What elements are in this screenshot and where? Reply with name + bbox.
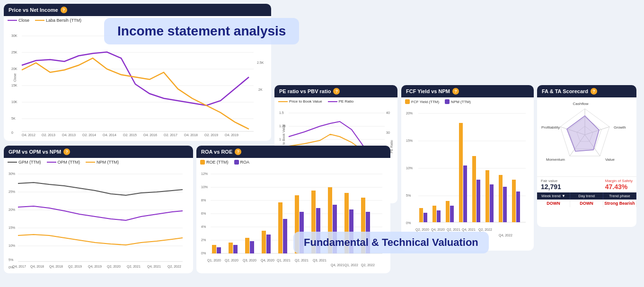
help-icon-pe[interactable]: ? bbox=[333, 88, 340, 95]
svg-text:Profitability: Profitability bbox=[541, 125, 560, 130]
svg-text:5K: 5K bbox=[11, 117, 16, 120]
svg-text:Q4, 2021: Q4, 2021 bbox=[331, 263, 344, 267]
fcf-chart-area: 20% 15% 10% 5% 0% bbox=[401, 106, 534, 250]
svg-text:30%: 30% bbox=[9, 172, 15, 175]
svg-text:Q4, 2017: Q4, 2017 bbox=[12, 265, 26, 269]
svg-text:Q4, 2018: Q4, 2018 bbox=[184, 133, 198, 136]
svg-rect-139 bbox=[229, 243, 233, 253]
svg-text:Q4, 2020: Q4, 2020 bbox=[431, 228, 445, 232]
svg-rect-147 bbox=[295, 195, 299, 253]
svg-text:15%: 15% bbox=[406, 139, 413, 142]
svg-text:6%: 6% bbox=[201, 212, 206, 215]
svg-text:Q2, 2022: Q2, 2022 bbox=[361, 263, 375, 267]
trend-values: DOWN DOWN Strong Bearish bbox=[537, 200, 636, 207]
legend-close: Close bbox=[8, 18, 29, 23]
svg-rect-138 bbox=[217, 247, 221, 253]
trend-header: Week trend ▼ Day trend Trend phase bbox=[537, 192, 636, 200]
svg-text:Q1, 2022: Q1, 2022 bbox=[344, 263, 358, 267]
svg-text:Q2, 2021: Q2, 2021 bbox=[295, 259, 309, 262]
svg-text:1: 1 bbox=[279, 138, 281, 141]
svg-text:Q4, 2016: Q4, 2016 bbox=[143, 133, 157, 136]
svg-text:Q4, 2012: Q4, 2012 bbox=[22, 133, 35, 136]
svg-text:3K: 3K bbox=[258, 34, 263, 37]
roa-chart: 12% 10% 8% 6% 4% 2% 0% bbox=[200, 169, 387, 271]
trend-week-val: DOWN bbox=[537, 200, 570, 207]
svg-text:Q2, 2022: Q2, 2022 bbox=[478, 228, 492, 232]
card-fcf-header: FCF Yield vs NPM ? bbox=[401, 85, 534, 97]
legend-laba: Laba Bersih (TTM) bbox=[35, 18, 81, 23]
radar-chart-area: Cashflow Growth Value Momentum Profitabi… bbox=[537, 97, 636, 176]
legend-roe: ROE (TTM) bbox=[200, 160, 229, 165]
svg-text:20%: 20% bbox=[406, 112, 413, 115]
svg-text:Q4, 2018: Q4, 2018 bbox=[30, 265, 44, 269]
svg-text:Q2, 2019: Q2, 2019 bbox=[204, 133, 218, 136]
fair-value-section: Fair value 12,791 Margin of Safety 47.43… bbox=[537, 176, 636, 192]
svg-text:1.5: 1.5 bbox=[279, 111, 284, 114]
svg-text:Cashflow: Cashflow bbox=[573, 102, 589, 106]
roa-chart-area: 12% 10% 8% 6% 4% 2% 0% bbox=[196, 166, 390, 273]
svg-text:Q4, 2021: Q4, 2021 bbox=[462, 228, 476, 232]
svg-rect-76 bbox=[490, 184, 494, 222]
svg-text:25%: 25% bbox=[9, 190, 15, 193]
card-price-income-title: Price vs Net Income bbox=[9, 7, 58, 13]
svg-text:15K: 15K bbox=[11, 84, 18, 87]
legend-npm-ttm: NPM (TTM) bbox=[445, 99, 471, 104]
help-icon-scorecard[interactable]: ? bbox=[591, 88, 597, 95]
svg-rect-144 bbox=[266, 235, 271, 253]
card-price-income-header: Price vs Net Income ? bbox=[4, 4, 271, 16]
svg-text:2K: 2K bbox=[258, 88, 263, 91]
help-icon-fcf[interactable]: ? bbox=[452, 88, 459, 95]
card-scorecard-title: FA & TA Scorecard bbox=[542, 88, 588, 94]
svg-text:Q2, 2020: Q2, 2020 bbox=[225, 259, 238, 262]
svg-text:Q4, 2022: Q4, 2022 bbox=[499, 234, 512, 237]
gpm-chart-area: 30% 25% 20% 15% 10% 5% 0% bbox=[4, 166, 193, 272]
svg-text:Q4, 2013: Q4, 2013 bbox=[62, 133, 76, 136]
svg-text:Q2, 2015: Q2, 2015 bbox=[123, 133, 137, 136]
help-icon-gpm[interactable]: ? bbox=[63, 148, 70, 155]
svg-text:15%: 15% bbox=[9, 226, 15, 229]
svg-marker-95 bbox=[567, 116, 599, 151]
svg-rect-151 bbox=[328, 187, 332, 253]
svg-rect-72 bbox=[463, 165, 467, 222]
svg-text:Q2, 2019: Q2, 2019 bbox=[68, 265, 82, 269]
svg-rect-153 bbox=[344, 193, 349, 253]
help-icon-roa[interactable]: ? bbox=[235, 148, 241, 155]
svg-rect-65 bbox=[419, 208, 423, 222]
svg-rect-66 bbox=[423, 213, 427, 222]
fair-value-block: Fair value 12,791 bbox=[541, 179, 561, 191]
svg-rect-70 bbox=[450, 206, 454, 222]
legend-pe-ratio: PE Ratio bbox=[328, 99, 354, 104]
svg-text:Q4, 2014: Q4, 2014 bbox=[103, 133, 116, 136]
svg-text:5%: 5% bbox=[406, 194, 411, 197]
legend-pbv: Price to Book Value bbox=[278, 99, 322, 104]
svg-text:10%: 10% bbox=[9, 244, 15, 247]
svg-text:Q2, 2017: Q2, 2017 bbox=[164, 133, 177, 136]
svg-rect-75 bbox=[485, 170, 489, 222]
svg-rect-77 bbox=[499, 175, 503, 222]
svg-rect-156 bbox=[366, 212, 370, 253]
svg-text:30: 30 bbox=[386, 131, 390, 134]
svg-text:2%: 2% bbox=[201, 238, 206, 242]
legend-gpm: GPM (TTM) OPM (TTM) NPM (TTM) bbox=[4, 158, 193, 166]
svg-text:Momentum: Momentum bbox=[546, 157, 565, 162]
legend-price-income: Close Laba Bersih (TTM) bbox=[4, 16, 271, 25]
legend-opm-line: OPM (TTM) bbox=[47, 160, 80, 165]
card-pe-header: PE ratio vs PBV ratio ? bbox=[274, 85, 397, 97]
svg-rect-137 bbox=[212, 245, 216, 253]
svg-text:25K: 25K bbox=[11, 51, 18, 54]
trend-phase-val: Strong Bearish bbox=[603, 200, 636, 207]
svg-text:Q4, 2020: Q4, 2020 bbox=[261, 259, 274, 262]
svg-text:20K: 20K bbox=[11, 67, 18, 70]
help-icon-price-income[interactable]: ? bbox=[61, 7, 67, 13]
svg-text:Q4, 2019: Q4, 2019 bbox=[225, 133, 238, 136]
svg-text:Q2, 2020: Q2, 2020 bbox=[107, 265, 121, 269]
margin-label: Margin of Safety bbox=[605, 179, 633, 183]
svg-text:40: 40 bbox=[386, 111, 390, 114]
svg-rect-152 bbox=[333, 205, 337, 253]
svg-text:30K: 30K bbox=[11, 34, 18, 37]
card-fcf-npm: FCF Yield vs NPM ? FCF Yield (TTM) NPM (… bbox=[401, 85, 534, 251]
svg-text:Q2, 2021: Q2, 2021 bbox=[127, 265, 141, 269]
card-fcf-title: FCF Yield vs NPM bbox=[406, 88, 450, 94]
svg-text:Q2, 2022: Q2, 2022 bbox=[168, 265, 181, 269]
gpm-chart: 30% 25% 20% 15% 10% 5% 0% bbox=[8, 169, 187, 269]
